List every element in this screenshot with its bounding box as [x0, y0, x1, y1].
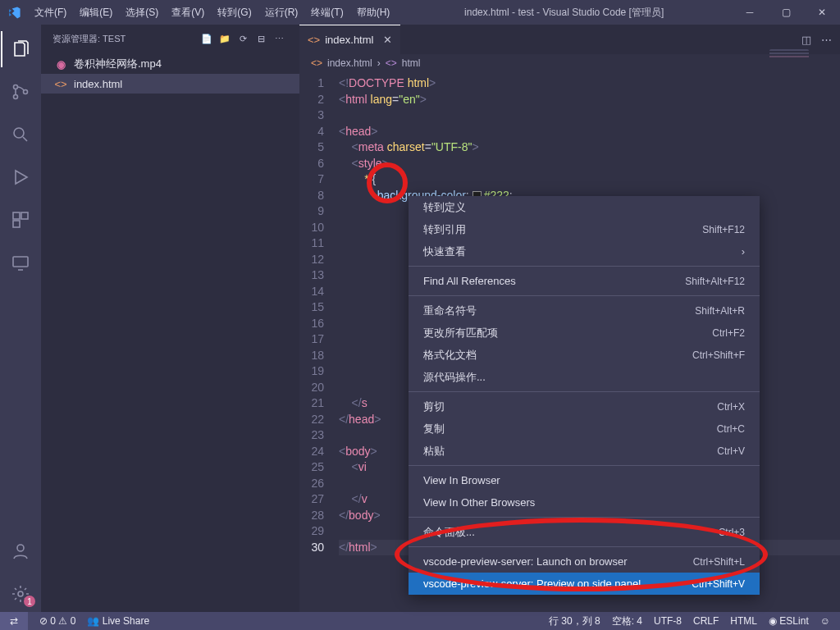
chevron-right-icon: ›	[377, 57, 381, 69]
refresh-icon[interactable]: ⟳	[234, 34, 252, 44]
status-problems[interactable]: ⊘ 0 ⚠ 0	[39, 615, 75, 627]
window-title: index.html - test - Visual Studio Code […	[396, 6, 732, 20]
crumb-tag[interactable]: html	[402, 57, 421, 69]
breadcrumbs[interactable]: <> index.html › <> html	[299, 54, 840, 72]
svg-point-9	[18, 591, 23, 596]
new-file-icon[interactable]: 📄	[198, 34, 216, 44]
minimap[interactable]	[769, 49, 809, 123]
more-icon[interactable]: ⋯	[270, 34, 288, 44]
activity-scm-icon[interactable]	[1, 74, 40, 110]
line-gutter: 1234567891011121314151617181920212223242…	[299, 72, 339, 612]
context-menu: 转到定义转到引用Shift+F12快速查看›Find All Reference…	[409, 196, 760, 595]
status-cursor-pos[interactable]: 行 30，列 8	[549, 614, 600, 628]
title-bar: 文件(F) 编辑(E) 选择(S) 查看(V) 转到(G) 运行(R) 终端(T…	[0, 0, 840, 25]
explorer-header: 资源管理器: TEST 📄 📁 ⟳ ⊟ ⋯	[41, 25, 299, 52]
remote-indicator[interactable]: ⇄	[0, 612, 28, 630]
context-menu-item[interactable]: View In Other Browsers	[409, 491, 760, 514]
menu-edit[interactable]: 编辑(E)	[73, 0, 119, 25]
html-file-icon: <>	[54, 78, 67, 90]
vscode-logo-icon	[0, 6, 28, 20]
maximize-button[interactable]: ▢	[768, 0, 804, 25]
close-button[interactable]: ✕	[804, 0, 840, 25]
explorer-panel: 资源管理器: TEST 📄 📁 ⟳ ⊟ ⋯ ◉ 卷积神经网络.mp4 <> in…	[41, 25, 299, 612]
explorer-title: 资源管理器: TEST	[52, 33, 198, 45]
activity-explorer-icon[interactable]	[1, 31, 40, 67]
menu-go[interactable]: 转到(G)	[211, 0, 258, 25]
context-menu-item[interactable]: 重命名符号Shift+Alt+R	[409, 299, 760, 322]
svg-point-1	[14, 95, 18, 99]
tab-label: index.html	[325, 34, 373, 46]
context-menu-item[interactable]: vscode-preview-server: Preview on side p…	[409, 573, 760, 595]
svg-point-2	[24, 90, 28, 94]
html-file-icon: <>	[311, 57, 322, 69]
svg-rect-6	[13, 221, 20, 227]
status-bar: ⇄ ⊘ 0 ⚠ 0 👥 Live Share 行 30，列 8 空格: 4 UT…	[0, 612, 840, 630]
menu-run[interactable]: 运行(R)	[258, 0, 305, 25]
context-menu-item[interactable]: 粘贴Ctrl+V	[409, 440, 760, 462]
activity-bar	[0, 25, 41, 612]
menu-selection[interactable]: 选择(S)	[119, 0, 165, 25]
tree-item-label: index.html	[74, 78, 122, 90]
menu-help[interactable]: 帮助(H)	[350, 0, 397, 25]
context-menu-item[interactable]: vscode-preview-server: Launch on browser…	[409, 550, 760, 573]
context-menu-item[interactable]: 复制Ctrl+C	[409, 418, 760, 440]
tab-close-icon[interactable]: ✕	[383, 34, 392, 46]
tree-item-label: 卷积神经网络.mp4	[74, 57, 162, 71]
context-menu-item[interactable]: Find All ReferencesShift+Alt+F12	[409, 270, 760, 292]
svg-rect-5	[21, 212, 28, 219]
activity-account-icon[interactable]	[1, 533, 40, 569]
status-feedback-icon[interactable]: ☺	[820, 615, 830, 627]
status-eslint[interactable]: ◉ ESLint	[769, 615, 809, 627]
file-tree: ◉ 卷积神经网络.mp4 <> index.html	[41, 52, 299, 612]
status-encoding[interactable]: UTF-8	[654, 615, 682, 627]
svg-point-8	[17, 545, 24, 551]
editor-more-icon[interactable]: ⋯	[821, 34, 832, 46]
menu-file[interactable]: 文件(F)	[28, 0, 73, 25]
context-menu-item[interactable]: 更改所有匹配项Ctrl+F2	[409, 322, 760, 344]
html-file-icon: <>	[308, 34, 320, 46]
svg-rect-4	[13, 212, 20, 219]
tree-item-html[interactable]: <> index.html	[41, 74, 299, 94]
context-menu-item[interactable]: 转到定义	[409, 196, 760, 218]
collapse-icon[interactable]: ⊟	[252, 34, 270, 44]
main-menu: 文件(F) 编辑(E) 选择(S) 查看(V) 转到(G) 运行(R) 终端(T…	[28, 0, 396, 25]
editor-tabs: <> index.html ✕ ◫ ⋯	[299, 25, 840, 54]
context-menu-item[interactable]: 转到引用Shift+F12	[409, 218, 760, 240]
new-folder-icon[interactable]: 📁	[216, 34, 234, 44]
activity-run-icon[interactable]	[1, 159, 40, 195]
status-liveshare[interactable]: 👥 Live Share	[87, 615, 149, 627]
activity-extensions-icon[interactable]	[1, 202, 40, 238]
svg-rect-7	[13, 257, 28, 267]
context-menu-item[interactable]: View In Browser	[409, 469, 760, 491]
tag-icon: <>	[386, 57, 397, 69]
svg-point-3	[14, 128, 24, 138]
menu-view[interactable]: 查看(V)	[165, 0, 211, 25]
status-language[interactable]: HTML	[730, 615, 757, 627]
context-menu-item[interactable]: 剪切Ctrl+X	[409, 395, 760, 418]
activity-settings-icon[interactable]	[1, 576, 40, 612]
activity-remote-icon[interactable]	[1, 244, 40, 281]
minimize-button[interactable]: ─	[732, 0, 768, 25]
context-menu-item[interactable]: 源代码操作...	[409, 366, 760, 388]
tab-index-html[interactable]: <> index.html ✕	[299, 25, 400, 54]
split-editor-icon[interactable]: ◫	[801, 34, 811, 46]
video-file-icon: ◉	[54, 58, 67, 71]
status-eol[interactable]: CRLF	[693, 615, 719, 627]
activity-search-icon[interactable]	[1, 116, 40, 153]
context-menu-item[interactable]: 命令面板...Ctrl+3	[409, 521, 760, 543]
tree-item-mp4[interactable]: ◉ 卷积神经网络.mp4	[41, 54, 299, 74]
crumb-file[interactable]: index.html	[327, 57, 372, 69]
svg-point-0	[14, 85, 18, 89]
context-menu-item[interactable]: 快速查看›	[409, 240, 760, 262]
menu-terminal[interactable]: 终端(T)	[304, 0, 349, 25]
context-menu-item[interactable]: 格式化文档Ctrl+Shift+F	[409, 344, 760, 366]
status-indent[interactable]: 空格: 4	[612, 614, 642, 628]
